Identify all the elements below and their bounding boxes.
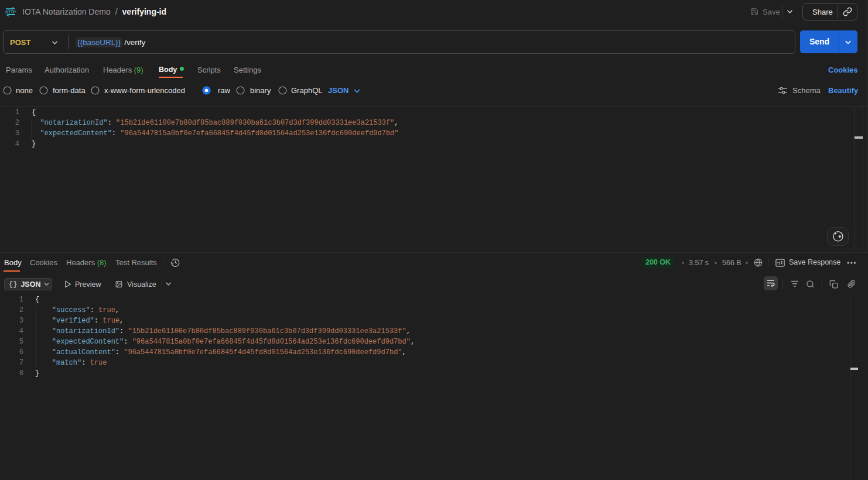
svg-text:HTTP: HTTP <box>5 10 16 14</box>
